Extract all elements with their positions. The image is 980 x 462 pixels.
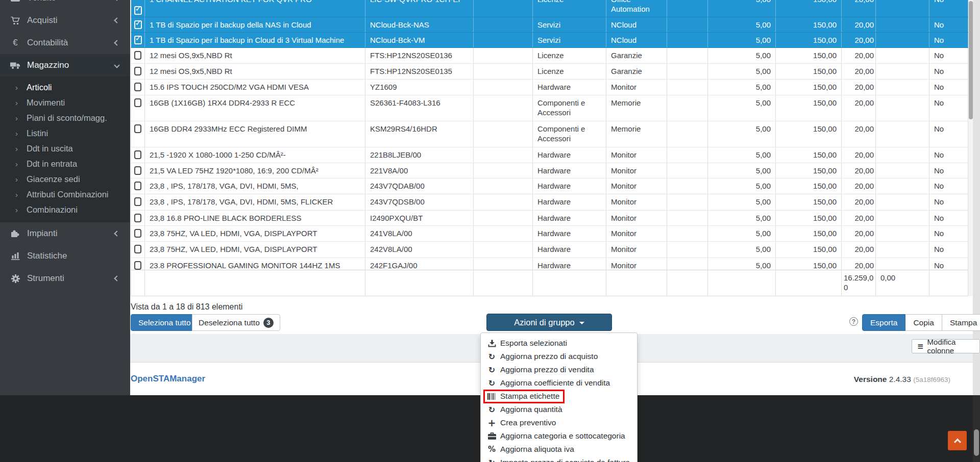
chevron-down-icon <box>114 62 119 68</box>
table-cell: Monitor <box>606 163 667 178</box>
dropdown-item-crea-preventivo[interactable]: +Crea preventivo <box>481 416 637 429</box>
table-row[interactable]: 23,8 75HZ, VA LED, HDMI, VGA, DISPLAYPOR… <box>131 226 968 242</box>
table-cell: Monitor <box>606 211 667 225</box>
table-row[interactable]: ✓1 CHANNEL ACTIVATION KEY FOR QVR PROLIC… <box>131 0 968 17</box>
sidebar-item-contabilit-[interactable]: €Contabilità <box>0 32 130 54</box>
table-row[interactable]: 21,5 -1920 X 1080-1000 1-250 CD/MÂ²-221B… <box>131 147 968 163</box>
table-cell: 241V8LA/00 <box>365 226 474 241</box>
table-row[interactable]: ✓1 TB di Spazio per il backup della NAS … <box>131 17 968 33</box>
dropdown-item-aggiorna-prezzo-di-acquisto[interactable]: ↻Aggiorna prezzo di acquisto <box>481 350 637 363</box>
table-row[interactable]: 23,8 , IPS, 178/178, VGA, DVI, HDMI, 5MS… <box>131 178 968 194</box>
checkbox-icon[interactable] <box>134 261 141 270</box>
dropdown-item-stampa-etichette[interactable]: Stampa etichette <box>481 390 637 403</box>
deselect-all-button[interactable]: Deseleziona tutto 3 <box>192 314 280 331</box>
export-button[interactable]: Esporta <box>862 314 905 331</box>
checkbox-checked-icon[interactable]: ✓ <box>134 6 142 15</box>
highlight-red-box: Stampa etichette <box>483 390 565 403</box>
table-cell: 5,00 <box>708 48 776 63</box>
table-cell: 150,00 <box>776 64 842 79</box>
sidebar-subitem-ddt-in-uscita[interactable]: ›Ddt in uscita <box>0 141 130 156</box>
sidebar-subitem-articoli[interactable]: ›Articoli <box>0 80 130 95</box>
checkbox-icon[interactable] <box>134 182 141 190</box>
table-cell: Garanzie <box>606 48 667 63</box>
page-scrollbar-thumb[interactable] <box>974 429 979 456</box>
table-cell: I2490PXQU/BT <box>365 211 474 225</box>
checkbox-icon[interactable] <box>134 124 141 133</box>
dropdown-item-aggiorna-aliquota-iva[interactable]: %Aggiorna aliquota iva <box>481 443 637 456</box>
sidebar-subitem-listini[interactable]: ›Listini <box>0 125 130 141</box>
table-row[interactable]: 23,8 , IPS, 178/178, VGA, DVI, HDMI, 5MS… <box>131 194 968 211</box>
table-cell: Licenze <box>533 48 606 63</box>
table-totals-row: 16.259,00 0,00 <box>131 270 968 296</box>
checkbox-icon[interactable] <box>134 166 141 175</box>
sidebar-item-acquisti[interactable]: Acquisti <box>0 9 130 32</box>
table-cell: 23,8 75HZ, VA LED, HDMI, VGA, DISPLAYPOR… <box>145 242 365 258</box>
dropdown-item-aggiorna-prezzo-di-vendita[interactable]: ↻Aggiorna prezzo di vendita <box>481 363 637 376</box>
checkbox-checked-icon[interactable]: ✓ <box>134 36 142 44</box>
help-icon[interactable]: ? <box>849 317 858 326</box>
table-row[interactable]: 23,8 16.8 PRO-LINE BLACK BORDERLESSI2490… <box>131 211 968 226</box>
chevron-right-icon: › <box>15 175 18 184</box>
checkbox-checked-icon[interactable]: ✓ <box>134 20 142 29</box>
sidebar-subitem-giacenze-sedi[interactable]: ›Giacenze sedi <box>0 171 130 187</box>
dropdown-item-aggiorna-coefficiente-di-vendita[interactable]: ↻Aggiorna coefficiente di vendita <box>481 376 637 390</box>
table-row[interactable]: 23,8 75HZ, VA LED, HDMI, VGA, DISPLAYPOR… <box>131 242 968 258</box>
sidebar-subitem-attributi-combinazioni[interactable]: ›Attributi Combinazioni <box>0 187 130 202</box>
sidebar-subitem-movimenti[interactable]: ›Movimenti <box>0 95 130 110</box>
table-cell: 150,00 <box>776 80 842 95</box>
edit-columns-button[interactable]: ≡ Modifica colonne <box>912 339 980 353</box>
scroll-to-top-button[interactable] <box>948 431 967 450</box>
sidebar-item-impianti[interactable]: Impianti <box>0 222 130 245</box>
table-cell: Monitor <box>606 242 667 258</box>
checkbox-icon[interactable] <box>134 51 141 60</box>
checkbox-icon[interactable] <box>134 214 141 222</box>
sidebar-item-magazzino[interactable]: Magazzino <box>0 54 130 76</box>
dropdown-item-imposta-prezzo-di-acquisto-da-fattura[interactable]: ↻Imposta prezzo di acquisto da fattura <box>481 456 637 462</box>
page-scrollbar-track[interactable] <box>973 0 980 395</box>
table-cell: No <box>929 48 968 63</box>
checkbox-icon[interactable] <box>134 83 141 91</box>
checkbox-icon[interactable] <box>134 197 141 206</box>
checkbox-icon[interactable] <box>134 245 141 253</box>
table-cell <box>474 48 533 63</box>
checkbox-icon[interactable] <box>134 98 141 107</box>
table-cell: 20,00 <box>842 163 876 178</box>
group-actions-button[interactable]: Azioni di gruppo <box>486 314 612 331</box>
sidebar-submenu: ›Articoli›Movimenti›Piani di sconto/magg… <box>0 76 130 222</box>
table-cell <box>474 121 533 147</box>
table-scrollbar-thumb[interactable] <box>969 1 973 119</box>
sidebar-item-strumenti[interactable]: Strumenti <box>0 267 130 290</box>
table-cell: 150,00 <box>776 194 842 210</box>
table-cell: 20,00 <box>842 48 876 63</box>
sidebar-item-statistiche[interactable]: Statistiche <box>0 245 130 267</box>
sidebar-item-label: Statistiche <box>27 251 67 261</box>
sidebar-menu: VenditeAcquisti€ContabilitàMagazzino›Art… <box>0 0 130 290</box>
export-button-group: Esporta Copia Stampa <box>862 314 980 331</box>
table-row[interactable]: 16GB (1X16GB) 1RX4 DDR4-2933 R ECCS26361… <box>131 95 968 121</box>
table-row[interactable]: 12 mesi OS,9x5,NBD RtFTS:HP12NS20SE0136L… <box>131 48 968 64</box>
dropdown-item-aggiorna-quantit-[interactable]: ↻Aggiorna quantità <box>481 403 637 416</box>
table-row[interactable]: 16GB DDR4 2933MHz ECC Registered DIMMKSM… <box>131 121 968 147</box>
chevron-right-icon: › <box>15 83 18 92</box>
sidebar-item-vendite[interactable]: Vendite <box>0 0 130 9</box>
table-cell <box>667 194 708 210</box>
sidebar-subitem-piani-di-sconto-magg-[interactable]: ›Piani di sconto/magg. <box>0 110 130 125</box>
table-cell: 150,00 <box>776 0 842 17</box>
checkbox-icon[interactable] <box>134 150 141 159</box>
table-row[interactable]: 15.6 IPS TOUCH 250CD/M2 VGA HDMI VESAYZ1… <box>131 80 968 95</box>
copy-button[interactable]: Copia <box>905 314 942 331</box>
table-row[interactable]: ✓1 TB di Spazio per il backup in Cloud d… <box>131 33 968 48</box>
select-all-button[interactable]: Seleziona tutto <box>131 314 199 331</box>
table-cell: 16GB DDR4 2933MHz ECC Registered DIMM <box>145 121 365 147</box>
table-cell <box>667 163 708 178</box>
dropdown-item-esporta-selezionati[interactable]: Esporta selezionati <box>481 337 637 350</box>
table-row[interactable]: 21,5 VA LED 75HZ 1920*1080, 16:9, 200 CD… <box>131 163 968 178</box>
brand-link[interactable]: OpenSTAManager <box>131 374 205 384</box>
dropdown-item-aggiorna-categoria-e-sottocategoria[interactable]: Aggiorna categoria e sottocategoria <box>481 429 637 443</box>
checkbox-icon[interactable] <box>134 67 141 75</box>
print-button[interactable]: Stampa <box>942 314 980 331</box>
table-row[interactable]: 12 mesi OS,9x5,NBD RtFTS:HP12NS20SE0135L… <box>131 64 968 80</box>
sidebar-subitem-combinazioni[interactable]: ›Combinazioni <box>0 202 130 217</box>
sidebar-subitem-ddt-in-entrata[interactable]: ›Ddt in entrata <box>0 156 130 171</box>
checkbox-icon[interactable] <box>134 229 141 238</box>
